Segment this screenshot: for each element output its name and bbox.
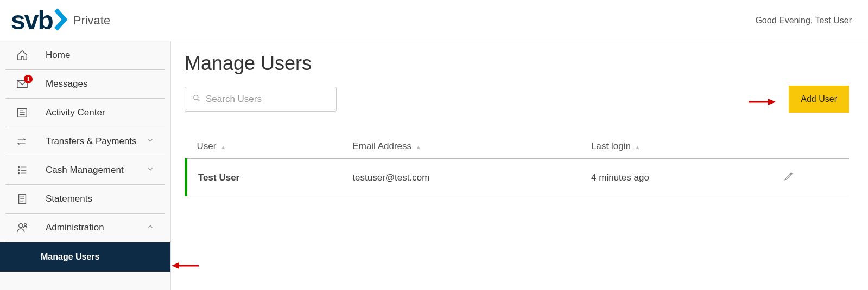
sidebar: Home 1 Messages Activity Center Transfer… [0,41,171,290]
search-icon [193,94,200,104]
sidebar-item-label: Transfers & Payments [46,136,147,147]
chevron-right-icon [54,8,69,34]
greeting-text: Good Evening, Test User [755,16,852,25]
user-email-cell: testuser@test.com [341,159,580,196]
sidebar-item-label: Statements [46,194,154,204]
column-header-actions [773,134,849,159]
svg-marker-21 [172,262,179,269]
page-title: Manage Users [185,52,849,75]
transfers-icon [16,136,28,147]
sidebar-item-statements[interactable]: Statements [5,185,165,214]
envelope-icon: 1 [16,78,28,90]
sidebar-item-label: Messages [46,79,154,89]
add-user-button[interactable]: Add User [789,86,849,113]
sidebar-item-transfers-payments[interactable]: Transfers & Payments [5,127,165,156]
svg-line-19 [790,174,791,175]
svg-point-16 [24,224,27,226]
svg-point-17 [194,95,198,100]
table-row[interactable]: Test User testuser@test.com 4 minutes ag… [186,159,850,196]
header: svb Private Good Evening, Test User [0,0,868,41]
news-icon [16,107,28,119]
sidebar-item-activity-center[interactable]: Activity Center [5,99,165,127]
sidebar-item-label: Home [46,50,154,61]
notification-badge: 1 [24,75,33,83]
chevron-down-icon [147,136,154,147]
sidebar-item-label: Activity Center [46,107,154,118]
search-input[interactable] [206,94,328,105]
list-icon [16,164,28,176]
column-header-label: Last login [591,141,631,151]
user-lastlogin-cell: 4 minutes ago [580,159,773,196]
svg-line-18 [198,99,200,101]
sidebar-item-administration[interactable]: Administration [5,214,165,242]
sidebar-subitem-label: Manage Users [41,252,100,261]
svg-point-15 [19,224,23,228]
edit-icon[interactable] [784,173,794,183]
users-table: User ▲ Email Address ▲ Last login ▲ [185,134,849,196]
main-content: Manage Users Add User User ▲ Email Addre [171,41,868,290]
sidebar-item-label: Cash Management [46,165,147,176]
annotation-arrow-icon [172,260,199,273]
column-header-label: User [197,141,217,151]
column-header-user[interactable]: User ▲ [186,134,342,159]
sidebar-item-home[interactable]: Home [5,41,165,70]
svg-point-9 [18,173,20,174]
svg-point-5 [18,167,20,168]
column-header-label: Email Address [352,141,411,151]
sidebar-subitem-manage-users[interactable]: Manage Users [0,242,170,272]
svg-marker-23 [768,99,776,105]
chevron-down-icon [147,165,154,176]
logo[interactable]: svb Private [11,5,110,35]
brand-text: svb [11,5,53,35]
sidebar-item-label: Administration [46,222,147,233]
user-actions-cell [773,159,849,196]
sidebar-item-cash-management[interactable]: Cash Management [5,156,165,185]
svg-point-7 [18,170,20,171]
annotation-arrow-icon [749,96,776,109]
search-box[interactable] [185,87,337,112]
sort-asc-icon: ▲ [635,144,641,150]
column-header-last-login[interactable]: Last login ▲ [580,134,773,159]
column-header-email[interactable]: Email Address ▲ [341,134,580,159]
user-name-cell: Test User [186,159,342,196]
chevron-up-icon [147,222,154,233]
admin-icon [16,222,28,234]
document-icon [16,193,28,205]
sort-asc-icon: ▲ [416,144,421,150]
sidebar-item-messages[interactable]: 1 Messages [5,70,165,99]
home-icon [16,49,28,61]
brand-subtext: Private [73,14,110,28]
sort-asc-icon: ▲ [220,144,226,150]
